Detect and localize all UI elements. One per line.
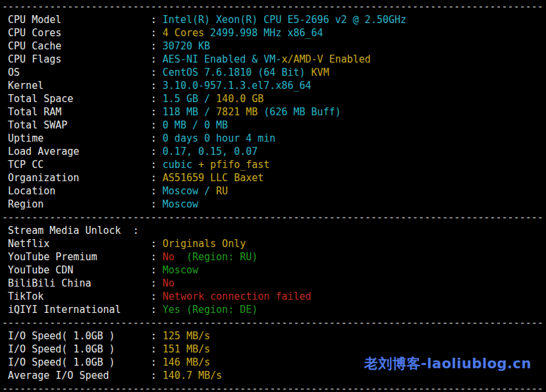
field-label: Organization	[8, 171, 145, 184]
terminal-line: I/O Speed( 1.0GB ) : 125 MB/s	[2, 329, 546, 343]
separator-line: ----------------------------------------…	[2, 211, 546, 224]
field-colon: :	[145, 264, 163, 276]
terminal-line: Total SWAP : 0 MB / 0 MB	[2, 119, 546, 132]
field-colon: :	[145, 93, 163, 105]
terminal-line: Region : Moscow	[2, 198, 546, 211]
value-segment: KVM	[306, 67, 329, 78]
value-segment: + pfifo_fast	[192, 159, 269, 171]
terminal-output: ----------------------------------------…	[2, 0, 546, 392]
value-segment: 2499.998 MHz x86_64	[204, 27, 323, 39]
terminal-line: TikTok : Network connection failed	[2, 290, 546, 303]
field-colon: :	[145, 251, 163, 263]
field-colon: :	[145, 198, 163, 210]
value-segment: CentOS 7.6.1810 (64 Bit)	[163, 67, 306, 78]
field-label: CPU Flags	[8, 53, 145, 66]
value-segment: Intel(R) Xeon(R) CPU E5-2696 v2 @ 2.50GH…	[163, 14, 406, 26]
field-label: CPU Cores	[8, 26, 145, 40]
value-segment: 30720 KB	[163, 40, 210, 52]
value-segment: 140.0 GB	[216, 93, 263, 105]
field-label: TCP CC	[8, 158, 145, 171]
value-segment: No	[163, 251, 175, 263]
field-label: YouTube Premium	[8, 250, 145, 264]
terminal-line: YouTube CDN : Moscow	[2, 264, 546, 277]
value-segment: RU	[216, 185, 228, 197]
field-colon: :	[145, 370, 163, 381]
terminal-line: Uptime : 0 days 0 hour 4 min	[2, 132, 546, 145]
field-label: YouTube CDN	[8, 264, 145, 277]
terminal-line: Kernel : 3.10.0-957.1.3.el7.x86_64	[2, 79, 546, 92]
field-colon: :	[145, 80, 163, 92]
value-segment: 140.7 MB/s	[163, 370, 222, 381]
field-colon: :	[145, 159, 163, 171]
field-colon: :	[145, 132, 163, 144]
value-segment: (Region: RU)	[175, 251, 258, 263]
value-segment: 4 Cores	[163, 27, 204, 39]
value-segment: (626 MB Buff)	[258, 106, 341, 118]
field-colon: :	[145, 330, 163, 342]
watermark: 老刘博客-laoliublog.cn	[364, 357, 532, 370]
terminal-line: CPU Flags : AES-NI Enabled & VM-x/AMD-V …	[2, 53, 546, 66]
value-segment: 146 MB/s	[163, 356, 210, 368]
field-colon: :	[145, 119, 163, 131]
terminal-line: CPU Model : Intel(R) Xeon(R) CPU E5-2696…	[2, 13, 546, 26]
terminal-line: Location : Moscow / RU	[2, 184, 546, 198]
terminal-line: Organization : AS51659 LLC Baxet	[2, 171, 546, 184]
field-label: Load Average	[8, 145, 145, 158]
field-colon: :	[145, 185, 163, 197]
field-colon: :	[145, 106, 163, 118]
field-label: I/O Speed( 1.0GB )	[8, 329, 145, 343]
separator-line: ----------------------------------------…	[2, 0, 546, 13]
value-segment: 118 MB /	[163, 106, 216, 118]
field-label: Stream Media Unlock	[8, 224, 127, 237]
value-segment: 1.5 GB /	[163, 93, 216, 105]
terminal-line: Total Space : 1.5 GB / 140.0 GB	[2, 92, 546, 105]
field-label: CPU Cache	[8, 40, 145, 53]
field-label: Total RAM	[8, 105, 145, 119]
field-label: I/O Speed( 1.0GB )	[8, 356, 145, 369]
field-label: TikTok	[8, 290, 145, 303]
field-label: iQIYI International	[8, 303, 145, 316]
field-label: Uptime	[8, 132, 145, 145]
value-segment: AS51659 LLC Baxet	[163, 172, 264, 184]
field-label: Kernel	[8, 79, 145, 92]
value-segment: 0.17, 0.15, 0.07	[163, 146, 258, 157]
value-segment: AES-NI Enabled & VM-	[163, 53, 282, 65]
field-colon: :	[145, 277, 163, 289]
value-segment: Moscow /	[163, 185, 216, 197]
field-label: Average I/O Speed	[8, 369, 145, 382]
value-segment: No	[163, 277, 175, 289]
field-colon: :	[145, 14, 163, 26]
value-segment: 7821 MB	[216, 106, 258, 118]
separator-line: ----------------------------------------…	[2, 382, 546, 392]
separator-line: ----------------------------------------…	[2, 316, 546, 329]
value-segment: Moscow	[163, 264, 198, 276]
field-label: BiliBili China	[8, 277, 145, 290]
terminal-line: Stream Media Unlock :	[2, 224, 546, 237]
terminal-line: iQIYI International : Yes (Region: DE)	[2, 303, 546, 316]
field-colon: :	[145, 53, 163, 65]
value-segment: cubic	[163, 159, 192, 171]
value-segment: 125 MB/s	[163, 330, 210, 342]
value-segment: x/AMD-V Enabled	[281, 53, 370, 65]
field-colon: :	[145, 343, 163, 355]
field-colon: :	[145, 238, 163, 250]
field-colon: :	[145, 291, 163, 302]
field-colon: :	[145, 27, 163, 39]
terminal-line: OS : CentOS 7.6.1810 (64 Bit) KVM	[2, 66, 546, 79]
field-colon: :	[145, 304, 163, 316]
terminal-line: I/O Speed( 1.0GB ) : 151 MB/s	[2, 343, 546, 356]
field-label: CPU Model	[8, 13, 145, 26]
field-colon: :	[145, 172, 163, 184]
field-colon: :	[145, 67, 163, 78]
terminal-line: YouTube Premium : No (Region: RU)	[2, 250, 546, 264]
field-label: Location	[8, 184, 145, 198]
field-colon: :	[127, 225, 145, 237]
field-label: I/O Speed( 1.0GB )	[8, 343, 145, 356]
field-label: Total SWAP	[8, 119, 145, 132]
terminal-line: Load Average : 0.17, 0.15, 0.07	[2, 145, 546, 158]
terminal-line: Total RAM : 118 MB / 7821 MB (626 MB Buf…	[2, 105, 546, 119]
terminal-line: BiliBili China : No	[2, 277, 546, 290]
value-segment: Yes (Region: DE)	[163, 304, 258, 316]
value-segment: 0 MB / 0 MB	[163, 119, 228, 131]
terminal-line: Netflix : Originals Only	[2, 237, 546, 250]
